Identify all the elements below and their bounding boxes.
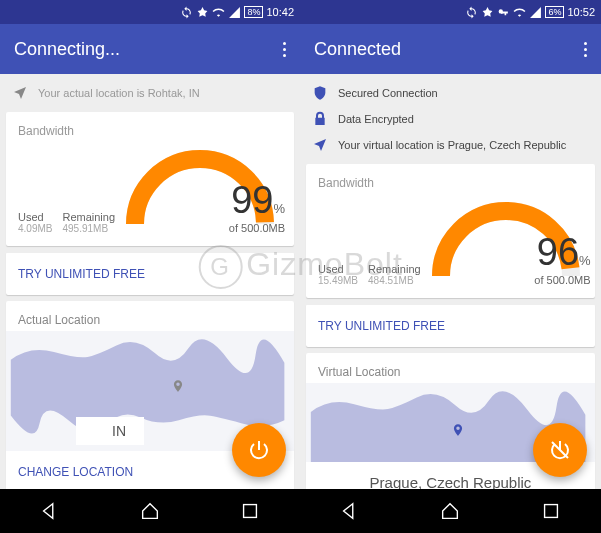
location-arrow-icon bbox=[312, 137, 328, 153]
nav-back-icon[interactable] bbox=[39, 500, 61, 522]
app-bar-title: Connecting... bbox=[14, 39, 120, 60]
rocket-icon bbox=[196, 6, 209, 19]
nav-recents-icon[interactable] bbox=[540, 500, 562, 522]
used-label: Used bbox=[318, 263, 358, 275]
app-bar: Connected bbox=[300, 24, 601, 74]
nav-bar bbox=[300, 489, 601, 533]
svg-rect-3 bbox=[544, 505, 557, 518]
screenshot-left: 8% 10:42 Connecting... Your actual locat… bbox=[0, 0, 300, 533]
remaining-label: Remaining bbox=[368, 263, 421, 275]
status-bar: 8% 10:42 bbox=[0, 0, 300, 24]
location-card-title: Virtual Location bbox=[306, 353, 595, 383]
sync-icon bbox=[180, 6, 193, 19]
map-pin-icon bbox=[171, 379, 185, 393]
power-fab[interactable] bbox=[232, 423, 286, 477]
clock: 10:42 bbox=[266, 6, 294, 18]
nav-back-icon[interactable] bbox=[339, 500, 361, 522]
remaining-label: Remaining bbox=[62, 211, 115, 223]
bandwidth-gauge: 99% of 500.0MB bbox=[115, 144, 285, 234]
battery-icon: 8% bbox=[244, 6, 263, 18]
key-icon bbox=[497, 6, 510, 19]
svg-rect-1 bbox=[244, 505, 257, 518]
overflow-menu-icon[interactable] bbox=[584, 42, 587, 57]
bandwidth-title: Bandwidth bbox=[318, 176, 583, 190]
bandwidth-gauge: 96% of 500.0MB bbox=[421, 196, 591, 286]
nav-home-icon[interactable] bbox=[439, 500, 461, 522]
wifi-icon bbox=[513, 6, 526, 19]
nav-bar bbox=[0, 489, 300, 533]
app-bar-title: Connected bbox=[314, 39, 401, 60]
clock: 10:52 bbox=[567, 6, 595, 18]
disconnect-fab[interactable] bbox=[533, 423, 587, 477]
encrypted-line: Data Encrypted bbox=[306, 106, 595, 132]
nav-recents-icon[interactable] bbox=[239, 500, 261, 522]
country-code: IN bbox=[76, 417, 144, 445]
used-value: 15.49MB bbox=[318, 275, 358, 286]
used-label: Used bbox=[18, 211, 52, 223]
virtual-location-info: Your virtual location is Prague, Czech R… bbox=[306, 132, 595, 158]
status-bar: 6% 10:52 bbox=[300, 0, 601, 24]
location-card-title: Actual Location bbox=[6, 301, 294, 331]
lock-icon bbox=[312, 111, 328, 127]
rocket-icon bbox=[481, 6, 494, 19]
shield-icon bbox=[312, 85, 328, 101]
sync-icon bbox=[465, 6, 478, 19]
try-unlimited-link[interactable]: TRY UNLIMITED FREE bbox=[306, 304, 595, 347]
signal-icon bbox=[228, 6, 241, 19]
try-unlimited-link[interactable]: TRY UNLIMITED FREE bbox=[6, 252, 294, 295]
wifi-icon bbox=[212, 6, 225, 19]
bandwidth-card: Bandwidth Used 4.09MB Remaining 495.91MB bbox=[6, 112, 294, 246]
remaining-value: 484.51MB bbox=[368, 275, 421, 286]
secured-line: Secured Connection bbox=[306, 80, 595, 106]
bandwidth-title: Bandwidth bbox=[18, 124, 282, 138]
battery-icon: 6% bbox=[545, 6, 564, 18]
app-bar: Connecting... bbox=[0, 24, 300, 74]
bandwidth-card: Bandwidth Used 15.49MB Remaining 484.51M… bbox=[306, 164, 595, 298]
actual-location-info: Your actual location is Rohtak, IN bbox=[6, 80, 294, 106]
screenshot-right: 6% 10:52 Connected Secured Connection Da… bbox=[300, 0, 601, 533]
nav-home-icon[interactable] bbox=[139, 500, 161, 522]
signal-icon bbox=[529, 6, 542, 19]
map-pin-icon bbox=[451, 423, 465, 437]
used-value: 4.09MB bbox=[18, 223, 52, 234]
location-arrow-icon bbox=[12, 85, 28, 101]
remaining-value: 495.91MB bbox=[62, 223, 115, 234]
overflow-menu-icon[interactable] bbox=[283, 42, 286, 57]
